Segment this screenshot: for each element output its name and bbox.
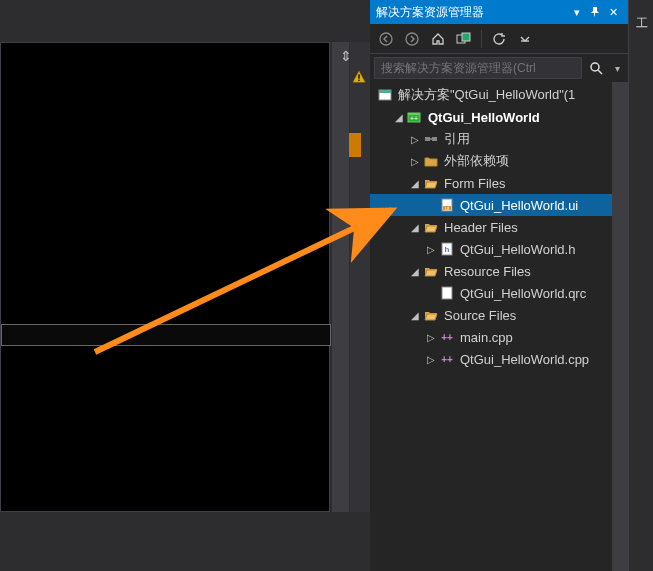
svg-text:++: ++ [441, 354, 453, 365]
gui-cpp-label: QtGui_HelloWorld.cpp [460, 352, 589, 367]
panel-toolbar [370, 24, 628, 54]
header-files-label: Header Files [444, 220, 518, 235]
search-icon[interactable] [586, 58, 606, 78]
expander-icon[interactable]: ▷ [408, 156, 422, 167]
panel-titlebar[interactable]: 解决方案资源管理器 ▾ ✕ [370, 0, 628, 24]
solution-tree: 解决方案"QtGui_HelloWorld"(1 ◢ ++ QtGui_Hell… [370, 82, 628, 571]
expander-icon[interactable]: ◢ [392, 112, 406, 123]
resource-qrc-file[interactable]: QtGui_HelloWorld.qrc [370, 282, 628, 304]
form-files-node[interactable]: ◢ Form Files [370, 172, 628, 194]
form-files-label: Form Files [444, 176, 505, 191]
resource-files-label: Resource Files [444, 264, 531, 279]
expander-icon[interactable]: ◢ [408, 178, 422, 189]
right-side-tab[interactable]: 工 [628, 0, 653, 571]
svg-point-7 [591, 63, 599, 71]
split-vertical-icon[interactable]: ⇕ [338, 48, 354, 64]
panel-close-icon[interactable]: ✕ [604, 3, 622, 21]
main-cpp-label: main.cpp [460, 330, 513, 345]
folder-open-icon [422, 263, 440, 279]
gui-cpp-file[interactable]: ▷ ++ QtGui_HelloWorld.cpp [370, 348, 628, 370]
svg-text:h: h [445, 245, 450, 254]
expander-icon[interactable]: ◢ [408, 310, 422, 321]
svg-rect-15 [432, 137, 437, 141]
editor-selection-rect[interactable] [1, 324, 331, 346]
tree-scrollbar[interactable] [612, 82, 628, 571]
h-file-icon: h [438, 241, 456, 257]
sync-icon[interactable] [452, 27, 476, 51]
editor-canvas[interactable] [0, 42, 330, 512]
panel-title-text: 解决方案资源管理器 [376, 4, 484, 21]
warning-icon [352, 70, 366, 84]
main-cpp-file[interactable]: ▷ ++ main.cpp [370, 326, 628, 348]
svg-rect-14 [425, 137, 430, 141]
svg-rect-1 [358, 74, 359, 78]
search-row: ▾ [370, 54, 628, 82]
references-icon [422, 131, 440, 147]
expander-icon[interactable]: ▷ [408, 134, 422, 145]
svg-text:++: ++ [441, 332, 453, 343]
svg-point-3 [380, 33, 392, 45]
refresh-icon[interactable] [487, 27, 511, 51]
source-files-node[interactable]: ◢ Source Files [370, 304, 628, 326]
ui-file-icon: ui [438, 197, 456, 213]
search-dropdown-icon[interactable]: ▾ [610, 56, 624, 80]
header-files-node[interactable]: ◢ Header Files [370, 216, 628, 238]
expander-icon[interactable]: ▷ [424, 244, 438, 255]
form-ui-label: QtGui_HelloWorld.ui [460, 198, 578, 213]
solution-label: 解决方案"QtGui_HelloWorld"(1 [398, 86, 575, 104]
source-files-label: Source Files [444, 308, 516, 323]
home-icon[interactable] [426, 27, 450, 51]
references-node[interactable]: ▷ 引用 [370, 128, 628, 150]
solution-node[interactable]: 解决方案"QtGui_HelloWorld"(1 [370, 84, 628, 106]
svg-rect-10 [379, 90, 391, 93]
folder-open-icon [422, 219, 440, 235]
form-ui-file[interactable]: ui QtGui_HelloWorld.ui [370, 194, 628, 216]
svg-rect-22 [442, 287, 452, 299]
folder-icon [422, 153, 440, 169]
editor-area: ⇕ [0, 0, 360, 571]
project-label: QtGui_HelloWorld [428, 110, 540, 125]
svg-point-4 [406, 33, 418, 45]
resource-files-node[interactable]: ◢ Resource Files [370, 260, 628, 282]
toolbar-separator [481, 30, 482, 48]
header-h-file[interactable]: ▷ h QtGui_HelloWorld.h [370, 238, 628, 260]
svg-text:ui: ui [445, 205, 449, 211]
expander-icon[interactable]: ▷ [424, 332, 438, 343]
orange-marker [349, 133, 361, 157]
expander-icon[interactable]: ◢ [408, 222, 422, 233]
editor-gutter [350, 42, 370, 512]
expander-icon[interactable]: ◢ [408, 266, 422, 277]
resource-qrc-label: QtGui_HelloWorld.qrc [460, 286, 586, 301]
solution-icon [376, 87, 394, 103]
svg-text:++: ++ [410, 115, 418, 122]
forward-icon[interactable] [400, 27, 424, 51]
references-label: 引用 [444, 130, 470, 148]
right-side-label: 工 [629, 0, 650, 8]
collapse-icon[interactable] [513, 27, 537, 51]
qrc-file-icon [438, 285, 456, 301]
header-h-label: QtGui_HelloWorld.h [460, 242, 575, 257]
panel-pin-icon[interactable] [586, 3, 604, 21]
project-node[interactable]: ◢ ++ QtGui_HelloWorld [370, 106, 628, 128]
externals-node[interactable]: ▷ 外部依赖项 [370, 150, 628, 172]
editor-scrollbar[interactable] [332, 42, 349, 512]
cpp-file-icon: ++ [438, 351, 456, 367]
folder-open-icon [422, 307, 440, 323]
cpp-file-icon: ++ [438, 329, 456, 345]
expander-icon[interactable]: ▷ [424, 354, 438, 365]
search-input[interactable] [374, 57, 582, 79]
svg-line-8 [598, 70, 602, 74]
back-icon[interactable] [374, 27, 398, 51]
solution-explorer-panel: 解决方案资源管理器 ▾ ✕ ▾ [370, 0, 628, 571]
svg-rect-2 [358, 80, 359, 81]
panel-dropdown-icon[interactable]: ▾ [568, 3, 586, 21]
externals-label: 外部依赖项 [444, 152, 509, 170]
project-icon: ++ [406, 109, 424, 125]
svg-rect-6 [462, 33, 470, 41]
folder-open-icon [422, 175, 440, 191]
